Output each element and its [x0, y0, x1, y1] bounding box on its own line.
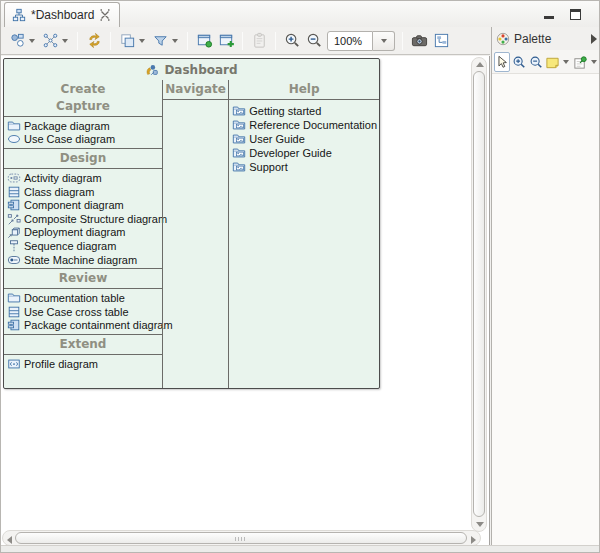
zoom-level-dropdown-button[interactable] [373, 31, 395, 51]
help-item-developer-guide[interactable]: Developer Guide [229, 146, 379, 160]
chevron-down-icon[interactable] [139, 39, 145, 43]
sync-gold-arrows-icon [86, 32, 103, 49]
camera-icon [411, 32, 428, 49]
create-header: Create [4, 80, 162, 99]
review-header: Review [4, 269, 162, 288]
paste-button[interactable] [248, 30, 270, 52]
diagram-editor-canvas[interactable]: Dashboard Create Capture Package diagram [1, 56, 490, 547]
scroll-right-arrow-icon[interactable] [471, 536, 476, 544]
horizontal-scrollbar-thumb[interactable] [15, 532, 467, 544]
capture-header: Capture [4, 99, 162, 116]
chevron-down-icon[interactable] [563, 60, 569, 64]
item-package-diagram[interactable]: Package diagram [4, 119, 162, 133]
help-link-icon [232, 146, 246, 160]
diagram-hierarchy-icon [12, 8, 26, 22]
package-containment-diagram-icon [7, 318, 21, 332]
toolbar-separator [77, 32, 78, 50]
help-header: Help [229, 80, 379, 99]
help-item-support[interactable]: Support [229, 160, 379, 174]
item-state-machine-diagram[interactable]: State Machine diagram [4, 253, 162, 267]
item-activity-diagram[interactable]: Activity diagram [4, 171, 162, 185]
camera-screenshot-button[interactable] [408, 30, 430, 52]
diagram-window-icon [433, 32, 450, 49]
help-item-user-guide[interactable]: User Guide [229, 132, 379, 146]
maximize-icon [570, 9, 581, 20]
connections-graph-button[interactable] [39, 30, 61, 52]
toolbar-separator [275, 32, 276, 50]
tab-dashboard[interactable]: *Dashboard [4, 2, 120, 27]
item-label: Profile diagram [24, 358, 98, 370]
item-profile-diagram[interactable]: Profile diagram [4, 357, 162, 371]
horizontal-scrollbar[interactable] [2, 530, 481, 546]
palette-zoom-out-tool[interactable] [528, 52, 544, 72]
vertical-scrollbar-thumb[interactable] [473, 71, 485, 517]
filters-button[interactable] [149, 30, 171, 52]
scroll-left-arrow-icon[interactable] [7, 536, 12, 544]
help-item-reference-documentation[interactable]: Reference Documentation [229, 118, 379, 132]
select-tool[interactable] [494, 52, 510, 72]
diagram-elements-button[interactable] [6, 30, 28, 52]
cursor-arrow-icon [495, 55, 509, 69]
dashboard-panel: Dashboard Create Capture Package diagram [3, 58, 380, 389]
zoom-in-icon [284, 32, 301, 49]
maximize-button[interactable] [568, 8, 583, 21]
item-class-diagram[interactable]: Class diagram [4, 185, 162, 199]
item-package-containment-diagram[interactable]: Package containment diagram [4, 319, 162, 333]
item-label: Use Case diagram [24, 133, 115, 145]
tab-title: *Dashboard [31, 8, 94, 22]
chevron-down-icon[interactable] [591, 60, 597, 64]
scroll-down-arrow-icon[interactable] [476, 522, 484, 527]
window-add-button[interactable] [215, 30, 237, 52]
usecase-cross-table-icon [7, 305, 21, 319]
zoom-level-value[interactable]: 100% [327, 31, 373, 51]
diagram-toolbar: 100% [1, 27, 490, 55]
item-label: State Machine diagram [24, 254, 137, 266]
palette-zoom-in-tool[interactable] [511, 52, 527, 72]
paste-icon [251, 32, 268, 49]
status-bar [1, 545, 600, 552]
item-deployment-diagram[interactable]: Deployment diagram [4, 226, 162, 240]
item-sequence-diagram[interactable]: Sequence diagram [4, 239, 162, 253]
minimize-button[interactable] [542, 8, 557, 21]
item-composite-structure-diagram[interactable]: Composite Structure diagram [4, 212, 162, 226]
copy-appearance-icon [119, 32, 136, 49]
item-usecase-diagram[interactable]: Use Case diagram [4, 133, 162, 147]
zoom-in-icon [512, 55, 526, 69]
sequence-diagram-icon [7, 239, 21, 253]
palette-header[interactable]: Palette [492, 27, 600, 50]
chevron-down-icon[interactable] [29, 39, 35, 43]
vertical-scrollbar[interactable] [471, 57, 487, 532]
item-documentation-table[interactable]: Documentation table [4, 291, 162, 305]
chevron-down-icon[interactable] [172, 39, 178, 43]
palette-title: Palette [514, 32, 551, 46]
connections-graph-icon [42, 32, 59, 49]
chevron-down-icon[interactable] [62, 39, 68, 43]
deployment-diagram-icon [7, 225, 21, 239]
composite-structure-diagram-icon [7, 212, 21, 226]
diagram-window-button[interactable] [430, 30, 452, 52]
package-diagram-icon [7, 119, 21, 133]
help-item-getting-started[interactable]: Getting started [229, 104, 379, 118]
palette-expand-icon[interactable] [591, 34, 597, 44]
state-machine-diagram-icon [7, 253, 21, 267]
window-snapshot-button[interactable] [193, 30, 215, 52]
scroll-up-arrow-icon[interactable] [476, 62, 484, 67]
toolbar-separator [402, 32, 403, 50]
sync-button[interactable] [83, 30, 105, 52]
close-icon[interactable] [99, 9, 111, 21]
help-link-icon [232, 132, 246, 146]
zoom-in-button[interactable] [281, 30, 303, 52]
zoom-level-combo[interactable]: 100% [327, 31, 395, 51]
link-note-tool[interactable] [572, 52, 588, 72]
item-usecase-cross-table[interactable]: Use Case cross table [4, 305, 162, 319]
note-tool[interactable] [545, 52, 561, 72]
copy-appearance-button[interactable] [116, 30, 138, 52]
design-header: Design [4, 149, 162, 168]
link-note-pin-icon [573, 55, 587, 69]
item-component-diagram[interactable]: Component diagram [4, 198, 162, 212]
class-diagram-icon [7, 185, 21, 199]
zoom-out-button[interactable] [303, 30, 325, 52]
minimize-icon [544, 16, 554, 19]
item-label: Use Case cross table [24, 306, 129, 318]
dashboard-column-create: Create Capture Package diagram Use Case … [4, 80, 162, 388]
